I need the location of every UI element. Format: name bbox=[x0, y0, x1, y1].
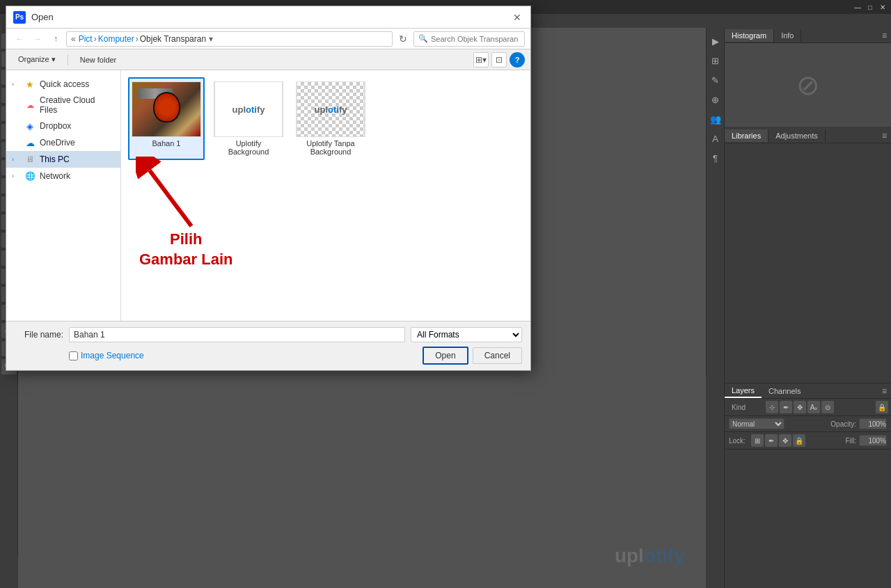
image-sequence-label[interactable]: Image Sequence bbox=[69, 351, 144, 360]
bahan1-image bbox=[132, 81, 200, 137]
search-icon: 🔍 bbox=[418, 34, 428, 43]
dialog-title: Open bbox=[31, 12, 511, 22]
maximize-button[interactable]: □ bbox=[865, 1, 876, 13]
layer-lock-icon[interactable]: 🔒 bbox=[876, 401, 888, 413]
nav-label-thispc: This PC bbox=[40, 154, 70, 164]
forward-button[interactable]: → bbox=[30, 31, 45, 47]
tab-channels[interactable]: Channels bbox=[762, 385, 807, 397]
creative-cloud-icon: ☁ bbox=[24, 100, 36, 111]
libraries-content bbox=[725, 143, 891, 352]
blend-mode-select[interactable]: Normal bbox=[729, 418, 784, 429]
refresh-button[interactable]: ↻ bbox=[395, 31, 411, 47]
libraries-adjustments-tabs: Libraries Adjustments ≡ bbox=[725, 128, 891, 143]
right-icon-strip: ▶ ⊞ ✎ ⊕ 👥 A ¶ bbox=[706, 28, 724, 376]
libraries-panel-menu[interactable]: ≡ bbox=[878, 129, 891, 143]
filename-input[interactable] bbox=[69, 327, 405, 342]
tab-histogram[interactable]: Histogram bbox=[725, 29, 774, 42]
layer-tool-1[interactable]: ⊹ bbox=[766, 401, 778, 413]
filename-uplotify-bg: Uplotify Background bbox=[214, 139, 283, 156]
layers-tabs: Layers Channels ≡ bbox=[725, 383, 891, 399]
filename-bahan1: Bahan 1 bbox=[152, 139, 181, 148]
logo-part2: otify bbox=[644, 545, 685, 566]
nav-dropbox[interactable]: ◈ Dropbox bbox=[6, 118, 120, 134]
tab-layers[interactable]: Layers bbox=[725, 384, 762, 398]
nav-quick-access[interactable]: › ★ Quick access bbox=[6, 76, 120, 93]
filename-row: File name: All Formats JPEG PNG PSD TIFF bbox=[15, 327, 522, 342]
file-item-uplotify-bg[interactable]: uplotify Uplotify Background bbox=[210, 77, 287, 160]
breadcrumb-pict[interactable]: Pict bbox=[79, 34, 93, 44]
dropbox-icon: ◈ bbox=[24, 120, 36, 132]
histogram-panel-menu[interactable]: ≡ bbox=[878, 29, 891, 42]
breadcrumb-chevrons: « bbox=[71, 34, 76, 44]
dialog-titlebar: Ps Open ✕ bbox=[6, 6, 530, 29]
ps-dialog-icon: Ps bbox=[13, 11, 26, 24]
layer-tool-2[interactable]: ✒ bbox=[780, 401, 792, 413]
help-button[interactable]: ? bbox=[510, 52, 525, 67]
nav-label-cc: Creative Cloud Files bbox=[40, 95, 115, 115]
layer-tool-3[interactable]: ✥ bbox=[794, 401, 806, 413]
tab-adjustments[interactable]: Adjustments bbox=[768, 129, 826, 142]
nav-this-pc[interactable]: › 🖥 This PC bbox=[6, 151, 120, 168]
uplotify-bg-logo: uplotify bbox=[232, 104, 265, 115]
breadcrumb-path[interactable]: « Pict › Komputer › Objek Transparan ▾ bbox=[66, 31, 393, 47]
cancel-button[interactable]: Cancel bbox=[473, 347, 522, 364]
fill-label: Fill: bbox=[845, 437, 856, 445]
lock-all[interactable]: 🔒 bbox=[793, 434, 805, 447]
paragraph-icon[interactable]: ¶ bbox=[708, 150, 723, 166]
lock-move[interactable]: ✥ bbox=[779, 434, 791, 447]
this-pc-icon: 🖥 bbox=[24, 154, 36, 165]
tab-libraries[interactable]: Libraries bbox=[725, 129, 768, 142]
search-box[interactable]: 🔍 bbox=[413, 31, 525, 47]
file-grid: Bahan 1 uplotify Uplotify Background bbox=[128, 77, 523, 160]
layer-tool-5[interactable]: ⊙ bbox=[821, 401, 834, 413]
opacity-input[interactable] bbox=[859, 418, 887, 429]
new-folder-button[interactable]: New folder bbox=[74, 54, 123, 66]
table-icon[interactable]: ⊞ bbox=[708, 53, 723, 68]
expand-quick-access: › bbox=[12, 81, 20, 88]
people-icon[interactable]: 👥 bbox=[708, 111, 723, 127]
dialog-footer: File name: All Formats JPEG PNG PSD TIFF… bbox=[6, 321, 530, 370]
breadcrumb-objek[interactable]: Objek Transparan bbox=[140, 34, 206, 44]
filetype-select[interactable]: All Formats JPEG PNG PSD TIFF bbox=[411, 327, 522, 342]
breadcrumb-komputer[interactable]: Komputer bbox=[98, 34, 134, 44]
open-button[interactable]: Open bbox=[423, 347, 468, 365]
close-button[interactable]: ✕ bbox=[877, 1, 888, 13]
layers-panel-menu[interactable]: ≡ bbox=[878, 384, 891, 398]
clone2-icon[interactable]: ⊕ bbox=[708, 92, 723, 107]
toolbar-separator bbox=[68, 54, 68, 65]
file-item-uplotify-nobg[interactable]: uplotify Uplotify Tanpa Background bbox=[292, 77, 369, 160]
lock-paint[interactable]: ✒ bbox=[765, 434, 778, 447]
search-input[interactable] bbox=[431, 35, 520, 43]
breadcrumb-bar: ← → ↑ « Pict › Komputer › Objek Transpar… bbox=[6, 29, 530, 49]
network-icon: 🌐 bbox=[24, 170, 36, 182]
brush-icon[interactable]: ✎ bbox=[708, 72, 723, 88]
lock-pixels[interactable]: ⊞ bbox=[751, 434, 764, 447]
dialog-close-button[interactable]: ✕ bbox=[511, 11, 523, 24]
thumb-uplotify-nobg: uplotify bbox=[296, 81, 365, 137]
left-nav: › ★ Quick access ☁ Creative Cloud Files … bbox=[6, 70, 121, 321]
nav-creative-cloud[interactable]: ☁ Creative Cloud Files bbox=[6, 93, 120, 118]
view-options-button[interactable]: ⊞▾ bbox=[473, 52, 489, 67]
file-item-bahan1[interactable]: Bahan 1 bbox=[128, 77, 205, 160]
histogram-info-tabs: Histogram Info ≡ bbox=[725, 28, 891, 43]
nav-network[interactable]: › 🌐 Network bbox=[6, 168, 120, 184]
layers-blend-row: Normal Opacity: bbox=[725, 416, 891, 432]
organize-button[interactable]: Organize ▾ bbox=[12, 53, 62, 66]
play-icon[interactable]: ▶ bbox=[708, 33, 723, 49]
tab-info[interactable]: Info bbox=[774, 29, 801, 42]
preview-button[interactable]: ⊡ bbox=[491, 52, 507, 67]
nav-label-quick-access: Quick access bbox=[40, 79, 89, 89]
file-area: Bahan 1 uplotify Uplotify Background bbox=[121, 70, 530, 321]
minimize-button[interactable]: — bbox=[852, 1, 863, 13]
nav-onedrive[interactable]: ☁ OneDrive bbox=[6, 134, 120, 151]
layers-toolbar: Kind ⊹ ✒ ✥ Aₐ ⊙ 🔒 bbox=[725, 399, 891, 416]
type-icon[interactable]: A bbox=[708, 131, 723, 146]
fill-input[interactable] bbox=[859, 435, 887, 446]
filename-uplotify-nobg: Uplotify Tanpa Background bbox=[297, 139, 365, 156]
up-button[interactable]: ↑ bbox=[48, 31, 63, 47]
no-doc-icon: ⊘ bbox=[796, 69, 820, 101]
back-button[interactable]: ← bbox=[12, 31, 27, 47]
image-sequence-checkbox[interactable] bbox=[69, 351, 78, 360]
dialog-toolbar: Organize ▾ New folder ⊞▾ ⊡ ? bbox=[6, 49, 530, 70]
layer-tool-4[interactable]: Aₐ bbox=[807, 401, 820, 413]
